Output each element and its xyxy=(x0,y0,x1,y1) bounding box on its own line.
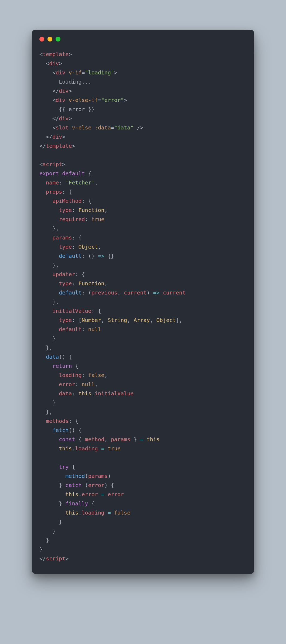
code-token: : { xyxy=(91,308,101,314)
code-token: } xyxy=(130,436,140,443)
code-token: > xyxy=(65,555,69,562)
code-token: error xyxy=(59,381,75,388)
code-token: }, xyxy=(39,262,59,268)
code-token: method xyxy=(85,436,104,443)
code-token: div xyxy=(49,60,59,67)
code-token: params xyxy=(52,234,72,241)
code-token: ) { xyxy=(104,482,114,488)
code-token: . xyxy=(91,390,95,397)
code-token: > xyxy=(59,60,62,67)
code-token: , xyxy=(127,317,134,323)
code-token: div xyxy=(59,115,69,122)
code-token: div xyxy=(52,133,62,140)
code-token xyxy=(39,308,52,314)
code-token: v-else xyxy=(72,124,91,131)
code-token: /> xyxy=(134,124,143,131)
code-token: > xyxy=(72,143,75,149)
code-token: false xyxy=(88,372,104,378)
code-token: Object xyxy=(156,317,176,323)
code-token xyxy=(69,124,72,131)
code-token xyxy=(39,363,52,369)
code-token: : xyxy=(82,326,88,333)
code-token: < xyxy=(39,69,56,76)
code-token xyxy=(39,244,59,250)
maximize-icon[interactable] xyxy=(56,37,60,42)
code-token: </ xyxy=(39,143,46,149)
code-token xyxy=(39,271,52,278)
code-token xyxy=(39,427,52,433)
code-token: this xyxy=(65,509,78,516)
code-token: = xyxy=(98,97,101,103)
code-token: params xyxy=(88,473,108,479)
code-token: ( xyxy=(82,482,88,488)
code-token: default xyxy=(59,253,81,259)
code-token: ) xyxy=(108,473,111,479)
code-token: this xyxy=(147,436,159,443)
code-token: div xyxy=(56,69,65,76)
code-token: = xyxy=(101,445,104,452)
code-token: default xyxy=(59,326,81,333)
code-token: type xyxy=(59,280,72,287)
code-token: > xyxy=(62,161,65,167)
code-block: <template> <div> <div v-if="loading"> Lo… xyxy=(39,50,247,563)
code-token xyxy=(39,189,46,195)
code-token: current xyxy=(124,289,147,296)
code-token xyxy=(39,234,52,241)
code-token: this xyxy=(79,390,91,397)
code-token: { xyxy=(69,464,75,470)
code-token: . xyxy=(79,509,82,516)
code-token: v-else-if xyxy=(69,97,98,103)
code-token: </ xyxy=(39,88,59,94)
minimize-icon[interactable] xyxy=(47,37,52,42)
code-token: } xyxy=(39,335,56,342)
code-token: "data" xyxy=(114,124,134,131)
code-token xyxy=(39,372,59,378)
code-token: . xyxy=(79,491,82,498)
code-token: : xyxy=(75,381,81,388)
code-token xyxy=(39,280,59,287)
code-token xyxy=(39,473,65,479)
code-token: : ( xyxy=(82,289,91,296)
code-token: initialValue xyxy=(95,390,134,397)
code-token: { xyxy=(75,436,85,443)
code-token: </ xyxy=(39,115,59,122)
code-token: true xyxy=(108,445,121,452)
code-token: } xyxy=(39,500,65,507)
code-token: null xyxy=(88,326,101,333)
code-token: data xyxy=(59,390,72,397)
code-token: export xyxy=(39,170,59,177)
code-token: . xyxy=(72,445,75,452)
code-token: Function xyxy=(79,207,104,213)
code-token: : xyxy=(72,244,78,250)
close-icon[interactable] xyxy=(39,37,44,42)
code-token: methods xyxy=(46,418,69,424)
code-token: try xyxy=(59,464,69,470)
code-token: { xyxy=(88,500,95,507)
code-token: } xyxy=(39,537,49,543)
code-token xyxy=(39,326,59,333)
code-token: () { xyxy=(59,354,72,360)
code-token: finally xyxy=(65,500,88,507)
code-token: slot xyxy=(56,124,69,131)
code-token: required xyxy=(59,216,85,222)
code-token xyxy=(39,289,59,296)
code-token: : { xyxy=(72,234,81,241)
code-token xyxy=(39,390,59,397)
code-token: : { xyxy=(75,271,85,278)
code-token xyxy=(59,170,62,177)
code-token: , xyxy=(104,436,111,443)
code-token: previous xyxy=(91,289,117,296)
code-token xyxy=(39,509,65,516)
code-token xyxy=(98,491,101,498)
code-token xyxy=(39,354,46,360)
code-token: }, xyxy=(39,225,59,232)
code-token xyxy=(39,216,59,222)
code-token: {} xyxy=(104,253,114,259)
code-token: () { xyxy=(69,427,81,433)
code-token: : xyxy=(72,280,78,287)
code-token: ], xyxy=(176,317,182,323)
code-token: {{ error }} xyxy=(39,106,95,112)
code-token: < xyxy=(39,124,56,131)
code-token xyxy=(39,198,52,204)
code-token: > xyxy=(69,115,72,122)
